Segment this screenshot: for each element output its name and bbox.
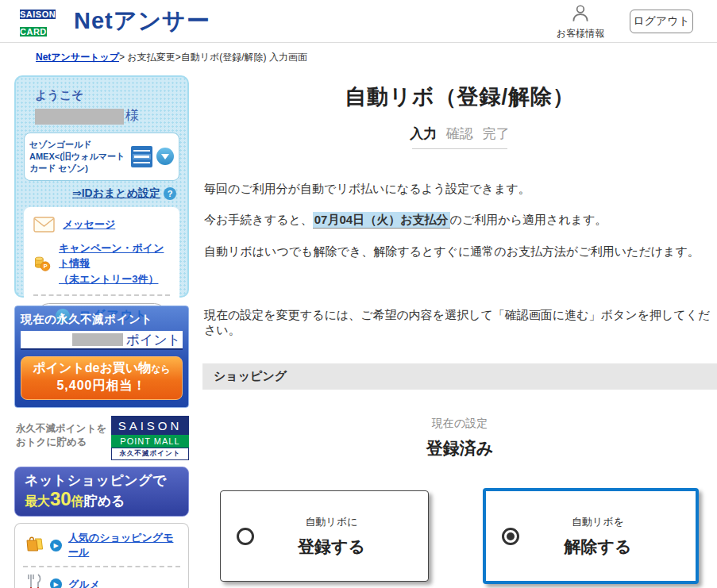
points-value-redacted <box>72 333 123 346</box>
link-shopping-mall-label[interactable]: 人気のショッピングモール <box>68 531 179 559</box>
cancel-option-line1: 自動リボを <box>519 515 677 529</box>
eternal-points-panel: 現在の永久不滅ポイント ポイント ポイントdeお買い物なら 5,400円相当！ <box>14 306 189 408</box>
shopping-section-label: ショッピング <box>214 369 287 384</box>
logo-card-text: CARD <box>20 27 47 37</box>
divider <box>33 294 170 296</box>
step-indicator: 入力 確認 完了 <box>202 125 717 143</box>
instruction-paragraph: 現在の設定を変更するには、ご希望の内容を選択して「確認画面に進む」ボタンを押して… <box>204 308 717 338</box>
payment-date-highlight: 07月04日（火）お支払分 <box>313 212 450 229</box>
svg-text:P: P <box>44 263 48 271</box>
cancel-option-line2: 解除する <box>519 536 677 558</box>
step-input: 入力 <box>410 126 437 141</box>
campaign-link-line2: （未エントリー3件） <box>59 271 170 287</box>
header-logout-button[interactable]: ログアウト <box>630 10 693 33</box>
message-link[interactable]: メッセージ <box>63 217 115 233</box>
page-title: 自動リボ（登録/解除） <box>202 83 717 111</box>
name-honorific: 様 <box>125 106 139 125</box>
points-title: 現在の永久不滅ポイント <box>21 312 183 327</box>
customer-name-redacted <box>35 109 124 125</box>
register-option-line1: 自動リボに <box>254 515 409 529</box>
sidebar-link-shopping-mall[interactable]: ▶ 人気のショッピングモール <box>23 525 180 567</box>
description-paragraph-2: 今お手続きすると、07月04日（火）お支払分のご利用から適用されます。 <box>204 213 717 228</box>
amex-logo-icon <box>131 146 152 167</box>
description-paragraph-1: 毎回のご利用分が自動でリボ払いになるよう設定できます。 <box>204 182 717 197</box>
brand-logo[interactable]: SAISON CARD Netアンサー <box>20 5 210 38</box>
card-selector[interactable]: セゾンゴールドAMEX<(旧ウォルマートカード セゾン) <box>24 133 179 181</box>
option-cancel-card[interactable]: 自動リボを 解除する <box>483 488 699 584</box>
points-unit-label: ポイント <box>125 331 181 349</box>
customer-info-label: お客様情報 <box>556 27 605 40</box>
point-mall-row: 永久不滅ポイントを おトクに貯める SAISON POINT MALL 永久不滅… <box>14 416 189 460</box>
cancel-radio-selected[interactable] <box>502 528 519 545</box>
link-gourmet-label[interactable]: グルメ <box>68 578 100 588</box>
campaign-points-link[interactable]: キャンペーン・ポイント情報 （未エントリー3件） <box>59 240 170 287</box>
person-icon <box>570 4 591 23</box>
welcome-label: ようこそ <box>35 88 179 103</box>
step-complete: 完了 <box>483 126 510 141</box>
chevron-down-icon[interactable] <box>156 148 174 165</box>
points-value-strip: ポイント <box>21 331 183 350</box>
brand-title: Netアンサー <box>74 6 210 37</box>
description-paragraph-3: 自動リボはいつでも解除でき、解除するとすぐに通常のお支払方法がご利用いただけます… <box>204 244 717 259</box>
point-mall-logo-saison: SAISON <box>111 416 189 435</box>
register-radio[interactable] <box>237 528 254 545</box>
breadcrumb-home-link[interactable]: Netアンサートップ <box>36 52 119 63</box>
cutlery-icon <box>25 574 44 588</box>
net-shopping-earn: 貯める <box>84 492 125 510</box>
saison-card-logo-icon: SAISON CARD <box>20 5 66 38</box>
cta-line1-main: ポイントdeお買い物 <box>33 361 151 375</box>
step-underline <box>412 148 507 149</box>
net-shopping-multiplier: 30 <box>50 490 71 509</box>
step-confirm: 確認 <box>446 126 473 141</box>
customer-name-row: 様 <box>35 106 179 125</box>
point-mall-text-line1: 永久不滅ポイントを <box>16 422 106 436</box>
netanswer-page: SAISON CARD Netアンサー お客様情報 ログアウト Netアンサート… <box>0 0 717 588</box>
point-mall-text-line2: おトクに貯める <box>16 436 106 449</box>
p2-suffix: のご利用から適用されます。 <box>450 213 607 226</box>
net-shopping-banner-button[interactable]: ネットショッピングで 最大 30 倍 貯める <box>14 467 189 517</box>
welcome-panel: ようこそ 様 セゾンゴールドAMEX<(旧ウォルマートカード セゾン) ⇒IDお… <box>14 75 189 298</box>
arrow-right-icon: ▶ <box>50 540 62 551</box>
campaign-link-line1: キャンペーン・ポイント情報 <box>59 240 170 271</box>
saison-point-mall-logo[interactable]: SAISON POINT MALL 永久不滅ポイント <box>111 416 189 460</box>
p2-prefix: 今お手続きすると、 <box>204 213 313 226</box>
sidebar: ようこそ 様 セゾンゴールドAMEX<(旧ウォルマートカード セゾン) ⇒IDお… <box>14 75 189 588</box>
point-mall-logo-eternal: 永久不滅ポイント <box>111 448 189 460</box>
arrow-right-icon: ▶ <box>50 578 62 588</box>
current-setting-label: 現在の設定 <box>202 417 717 431</box>
shopping-section-header: ショッピング <box>202 363 717 390</box>
cancel-option-texts: 自動リボを 解除する <box>519 515 696 558</box>
net-shopping-max: 最大 <box>25 494 50 510</box>
id-settings-row: ⇒IDおまとめ設定 ? <box>24 186 176 201</box>
header: SAISON CARD Netアンサー お客様情報 ログアウト <box>0 0 717 43</box>
points-coins-icon: P <box>33 252 51 274</box>
message-row: メッセージ <box>33 217 170 233</box>
register-option-line2: 登録する <box>254 536 409 558</box>
net-shopping-times: 倍 <box>71 494 84 510</box>
point-mall-logo-pointmall: POINT MALL <box>111 435 189 448</box>
net-shopping-line1: ネットショッピングで <box>25 471 179 490</box>
points-shopping-cta-button[interactable]: ポイントdeお買い物なら 5,400円相当！ <box>21 356 183 400</box>
shopping-bag-icon <box>25 535 44 555</box>
breadcrumb: Netアンサートップ> お支払変更>自動リボ(登録/解除) 入力画面 <box>36 51 307 64</box>
card-name-label: セゾンゴールドAMEX<(旧ウォルマートカード セゾン) <box>29 139 127 175</box>
breadcrumb-path: > お支払変更>自動リボ(登録/解除) 入力画面 <box>119 52 307 63</box>
id-settings-link[interactable]: ⇒IDおまとめ設定 <box>72 186 160 201</box>
option-register-card[interactable]: 自動リボに 登録する <box>220 490 429 582</box>
net-shopping-line2: 最大 30 倍 貯める <box>25 490 179 510</box>
current-setting-value: 登録済み <box>202 437 717 459</box>
sidebar-link-gourmet[interactable]: ▶ グルメ <box>23 567 180 588</box>
help-icon[interactable]: ? <box>164 187 176 200</box>
register-option-texts: 自動リボに 登録する <box>254 515 428 558</box>
envelope-icon <box>33 217 55 233</box>
point-mall-text: 永久不滅ポイントを おトクに貯める <box>16 416 106 449</box>
cta-line1-suffix: なら <box>151 363 171 375</box>
customer-info-button[interactable]: お客様情報 <box>556 4 605 40</box>
cta-line2: 5,400円相当！ <box>21 378 182 394</box>
logo-saison-text: SAISON <box>20 10 56 19</box>
shopping-links-box: ▶ 人気のショッピングモール ▶ グルメ <box>14 523 189 588</box>
campaign-row: P キャンペーン・ポイント情報 （未エントリー3件） <box>33 240 170 287</box>
main-content: 自動リボ（登録/解除） 入力 確認 完了 毎回のご利用分が自動でリボ払いになるよ… <box>202 75 717 588</box>
